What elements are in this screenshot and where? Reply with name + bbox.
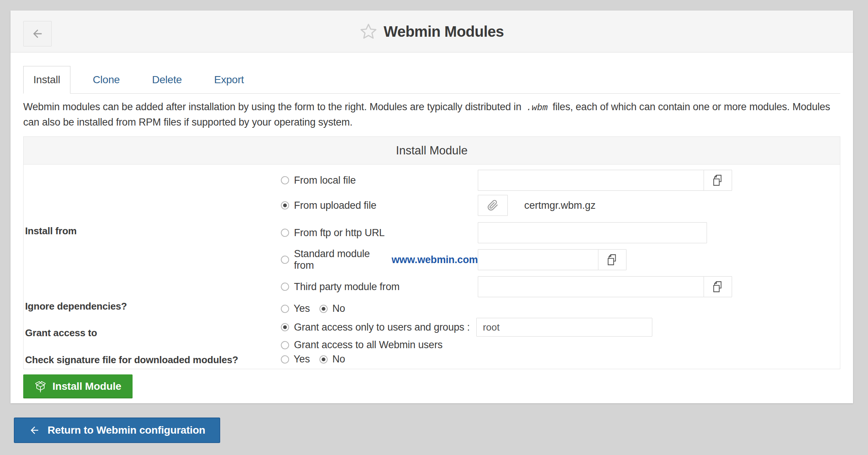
left-arrow-icon [29, 425, 40, 436]
radio-from-uploaded-file[interactable] [281, 201, 289, 210]
radio-label-no: No [332, 353, 345, 365]
radio-label-from-url: From ftp or http URL [294, 227, 385, 239]
standard-module-input[interactable] [478, 249, 598, 270]
file-chooser-icon [606, 254, 618, 266]
label-check-signature: Check signature file for downloaded modu… [24, 351, 277, 369]
radio-ignore-deps-no[interactable] [319, 305, 328, 313]
radio-third-party[interactable] [281, 283, 289, 291]
third-party-input[interactable] [478, 276, 704, 297]
install-module-panel: Install Module Install from From local f… [23, 136, 840, 369]
grant-users-input[interactable] [476, 318, 652, 337]
tab-install[interactable]: Install [23, 66, 70, 94]
radio-check-signature-yes[interactable] [281, 355, 289, 364]
webmin-modules-card: Webmin Modules Install Clone Delete Expo… [10, 10, 853, 403]
radio-label-from-local-file: From local file [294, 175, 356, 186]
radio-label-standard-module: Standard module from [294, 248, 387, 271]
local-file-chooser-button[interactable] [704, 170, 732, 191]
paperclip-icon [487, 200, 498, 211]
radio-from-url[interactable] [281, 229, 289, 237]
radio-label-third-party: Third party module from [294, 281, 400, 293]
radio-label-yes: Yes [294, 353, 310, 365]
local-file-input[interactable] [478, 170, 704, 191]
wbm-extension-code: .wbm [524, 103, 550, 113]
label-grant-access: Grant access to [24, 315, 277, 351]
label-ignore-dependencies: Ignore dependencies? [24, 298, 277, 315]
upload-file-button[interactable] [478, 195, 508, 216]
page-header: Webmin Modules [10, 10, 853, 52]
third-party-chooser-button[interactable] [704, 276, 732, 297]
standard-module-chooser-button[interactable] [598, 249, 626, 270]
radio-grant-users-groups[interactable] [281, 323, 289, 331]
panel-title: Install Module [24, 137, 840, 165]
radio-standard-module[interactable] [281, 256, 289, 264]
radio-check-signature-no[interactable] [319, 355, 328, 364]
radio-grant-all-users[interactable] [281, 341, 289, 349]
file-chooser-icon [712, 281, 724, 293]
page-title: Webmin Modules [383, 23, 504, 40]
radio-label-grant-users-groups: Grant access only to users and groups : [294, 322, 470, 333]
radio-from-local-file[interactable] [281, 176, 289, 184]
radio-label-yes: Yes [294, 303, 310, 314]
webmin-com-link[interactable]: www.webmin.com [392, 254, 478, 266]
intro-text: Webmin modules can be added after instal… [23, 100, 840, 130]
tab-bar: Install Clone Delete Export [23, 66, 840, 94]
tab-clone[interactable]: Clone [83, 66, 130, 93]
tab-delete[interactable]: Delete [142, 66, 192, 93]
uploaded-file-name: certmgr.wbm.gz [524, 200, 596, 211]
radio-ignore-deps-yes[interactable] [281, 305, 289, 313]
install-module-button[interactable]: Install Module [23, 374, 133, 398]
tab-export[interactable]: Export [204, 66, 254, 93]
radio-label-grant-all-users: Grant access to all Webmin users [294, 339, 443, 351]
file-chooser-icon [712, 174, 724, 186]
return-to-webmin-configuration-button[interactable]: Return to Webmin configuration [14, 418, 220, 443]
radio-label-no: No [332, 303, 345, 314]
label-install-from: Install from [24, 165, 277, 298]
url-input[interactable] [478, 222, 707, 243]
package-box-icon [34, 380, 46, 392]
radio-label-from-uploaded-file: From uploaded file [294, 200, 376, 211]
star-icon[interactable] [359, 22, 377, 40]
